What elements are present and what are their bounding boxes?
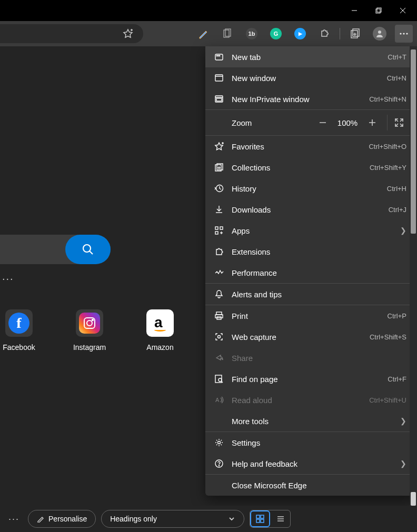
svg-rect-65: [256, 519, 260, 523]
zoom-row: Zoom100%: [205, 110, 415, 135]
menu-item-label: More tools: [232, 417, 396, 426]
title-bar: [0, 0, 417, 21]
tile-amazon[interactable]: a Amazon: [141, 309, 179, 352]
menu-item-find-on-page[interactable]: Find on pageCtrl+F: [205, 368, 415, 389]
zoom-out-button[interactable]: [312, 118, 333, 127]
svg-point-16: [406, 33, 408, 34]
menu-item-history[interactable]: HistoryCtrl+H: [205, 178, 415, 199]
svg-rect-2: [377, 8, 381, 12]
fullscreen-icon: [394, 117, 404, 128]
fullscreen-button[interactable]: [392, 117, 406, 128]
menu-item-label: Find on page: [232, 375, 388, 384]
menu-item-new-inprivate-window[interactable]: New InPrivate windowCtrl+Shift+N: [205, 88, 415, 109]
svg-point-14: [400, 33, 401, 34]
extensions-button[interactable]: [315, 25, 333, 43]
menu-item-help-and-feedback[interactable]: Help and feedback❯: [205, 453, 415, 474]
ext-pencil-button[interactable]: [194, 25, 212, 43]
menu-item-collections[interactable]: CollectionsCtrl+Shift+Y: [205, 157, 415, 178]
layout-toggle: [250, 510, 291, 528]
ext-grammarly-button[interactable]: G: [267, 25, 285, 43]
minus-icon: [318, 118, 327, 127]
svg-point-13: [378, 31, 381, 34]
menu-item-favorites[interactable]: FavoritesCtrl+Shift+O: [205, 136, 415, 157]
svg-point-55: [218, 336, 221, 338]
tile-facebook[interactable]: f Facebook: [0, 309, 38, 352]
zoom-in-button[interactable]: [362, 118, 383, 127]
instagram-icon: [76, 309, 103, 337]
bell-icon: [214, 289, 224, 299]
menu-item-alerts-and-tips[interactable]: Alerts and tips: [205, 284, 415, 305]
restore-button[interactable]: [366, 0, 391, 21]
menu-item-new-tab[interactable]: New tabCtrl+T: [205, 46, 415, 67]
ext-1b-button[interactable]: 1b: [243, 25, 261, 43]
menu-item-web-capture[interactable]: Web captureCtrl+Shift+S: [205, 326, 415, 347]
search-bar: [0, 235, 111, 264]
facebook-icon: f: [5, 309, 33, 337]
grammarly-icon: G: [270, 28, 282, 39]
headings-dropdown[interactable]: Headings only: [101, 510, 244, 528]
window-icon: [214, 73, 224, 83]
menu-item-close-microsoft-edge[interactable]: Close Microsoft Edge: [205, 475, 415, 496]
add-favorite-button[interactable]: [119, 25, 137, 43]
bottom-more-icon[interactable]: ···: [5, 514, 23, 525]
toolbar-separator: [340, 28, 340, 39]
menu-item-print[interactable]: PrintCtrl+P: [205, 305, 415, 326]
menu-item-label: Settings: [232, 438, 406, 447]
blue-arrow-icon: ▶: [294, 28, 306, 39]
profile-button[interactable]: [371, 25, 389, 43]
menu-item-downloads[interactable]: DownloadsCtrl+J: [205, 199, 415, 220]
menu-item-extensions[interactable]: Extensions: [205, 241, 415, 262]
close-button[interactable]: [391, 0, 415, 21]
layout-grid-button[interactable]: [250, 510, 270, 527]
ext-page-button[interactable]: [219, 25, 236, 43]
search-more-icon[interactable]: ···: [2, 273, 14, 285]
menu-item-apps[interactable]: Apps❯: [205, 220, 415, 241]
menu-item-share: Share: [205, 347, 415, 368]
menu-item-label: Help and feedback: [232, 459, 396, 468]
vertical-scrollbar[interactable]: [410, 46, 417, 506]
scroll-thumb[interactable]: [411, 49, 416, 234]
svg-rect-1: [376, 9, 380, 13]
menu-item-performance[interactable]: Performance: [205, 262, 415, 283]
zoom-label: Zoom: [232, 118, 312, 127]
chevron-right-icon: ❯: [396, 417, 406, 425]
pencil-icon: [37, 515, 44, 523]
help-icon: [214, 458, 224, 469]
menu-item-read-aloud: ARead aloudCtrl+Shift+U: [205, 389, 415, 410]
headings-label: Headings only: [110, 515, 157, 523]
settings-and-more-button[interactable]: [395, 25, 413, 43]
menu-item-new-window[interactable]: New windowCtrl+N: [205, 67, 415, 88]
menu-item-label: Read aloud: [232, 396, 369, 405]
layout-list-button[interactable]: [270, 510, 290, 527]
scroll-thumb-bottom[interactable]: [411, 492, 416, 506]
personalise-button[interactable]: Personalise: [28, 510, 96, 528]
menu-item-label: Print: [232, 312, 388, 320]
close-icon: [400, 7, 406, 14]
performance-icon: [214, 267, 224, 278]
menu-item-settings[interactable]: Settings: [205, 432, 415, 453]
pencil-icon: [198, 28, 208, 39]
menu-item-label: Web capture: [232, 333, 370, 342]
print-icon: [214, 310, 224, 321]
minimize-icon: [351, 7, 358, 14]
menu-shortcut: Ctrl+Shift+S: [370, 333, 406, 341]
ext-blue-button[interactable]: ▶: [291, 25, 309, 43]
apps-icon: [214, 225, 224, 236]
search-input[interactable]: [0, 235, 111, 264]
svg-rect-48: [220, 227, 223, 229]
grid-icon: [255, 514, 265, 524]
address-bar[interactable]: [0, 24, 143, 43]
menu-item-more-tools[interactable]: More tools❯: [205, 410, 415, 431]
menu-shortcut: Ctrl+P: [388, 312, 406, 320]
search-button[interactable]: [65, 235, 111, 264]
minimize-button[interactable]: [342, 0, 366, 21]
share-icon: [214, 353, 224, 363]
menu-item-label: Apps: [232, 226, 396, 235]
search-icon: [81, 243, 95, 256]
svg-point-23: [216, 55, 217, 56]
collections-toolbar-button[interactable]: [346, 25, 364, 43]
menu-shortcut: Ctrl+H: [387, 185, 406, 193]
svg-point-21: [92, 319, 93, 320]
menu-shortcut: Ctrl+Shift+N: [369, 95, 406, 103]
tile-instagram[interactable]: Instagram: [71, 309, 108, 352]
